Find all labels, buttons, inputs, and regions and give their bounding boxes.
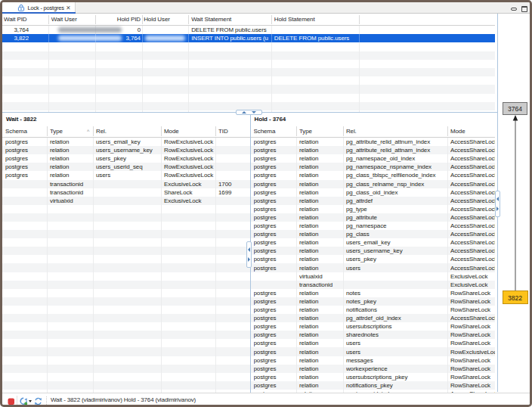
column-header[interactable]: TID [218, 126, 249, 136]
table-cell: AccessShareLock [450, 138, 495, 146]
column-header[interactable]: Schema [254, 126, 296, 136]
table-cell: postgres [254, 373, 298, 381]
auto-refresh-icon[interactable] [20, 397, 28, 405]
table-row[interactable]: postgresrelationusers_username_keyRowExc… [2, 146, 250, 154]
table-row[interactable]: postgresrelationpg_namespace_oid_indexAc… [251, 154, 496, 163]
table-cell: transactionid [299, 281, 344, 289]
table-row[interactable]: postgresrelationpg_attribute_relid_attnu… [251, 138, 496, 146]
table-cell: relation [299, 205, 344, 213]
refresh-settings-icon[interactable] [34, 397, 42, 405]
table-cell: postgres [254, 381, 298, 390]
splitter-collapse-control[interactable] [236, 110, 262, 115]
table-cell: virtualxid [299, 272, 344, 281]
table-cell: AccessShareLock [450, 390, 495, 393]
table-row[interactable]: postgresrelationpg_class_relname_nsp_ind… [251, 180, 496, 188]
dropdown-caret-icon[interactable] [29, 400, 32, 402]
column-header[interactable]: Hold Statement [274, 14, 357, 25]
column-header[interactable]: Wait PID [4, 14, 29, 25]
table-row[interactable]: postgresrelationusers_pkeyAccessShareLoc… [251, 255, 496, 263]
splitter-collapse-control-left[interactable] [246, 241, 252, 268]
table-cell: postgres [254, 154, 298, 163]
column-separator [296, 126, 297, 136]
table-row[interactable]: postgresrelationusers_userid_seqRowExclu… [2, 163, 250, 171]
collapse-right-icon[interactable] [248, 257, 250, 262]
stop-icon[interactable] [8, 398, 15, 405]
table-row[interactable]: transactionidExclusiveLock1700 [2, 180, 250, 188]
table-row[interactable]: postgresrelationworkexperienceRowShareLo… [251, 365, 496, 373]
table-row[interactable]: postgresrelationusersubscriptionsRowShar… [251, 322, 496, 331]
column-header[interactable]: Type [50, 126, 92, 136]
table-row[interactable]: postgresrelationusersRowExclusiveLock [251, 348, 496, 356]
column-header[interactable]: Wait Statement [191, 14, 270, 25]
table-row[interactable]: postgresrelationmessagesRowShareLock [251, 356, 496, 365]
collapse-left-icon[interactable] [248, 247, 250, 252]
table-row[interactable]: postgresrelationusersAccessShareLock [251, 264, 496, 272]
column-header[interactable]: Rel. [96, 126, 160, 136]
table-row[interactable]: postgresrelationnotificationsRowShareLoc… [251, 306, 496, 314]
collapse-left-icon[interactable] [496, 197, 499, 201]
lock-row[interactable]: 3,7640DELETE FROM public.users [2, 26, 495, 34]
table-row[interactable]: transactionidExclusiveLock [251, 281, 496, 289]
column-header[interactable]: Type [299, 126, 342, 136]
table-row[interactable]: postgresrelationpg_type_oid_indexAccessS… [251, 390, 496, 393]
table-row[interactable]: postgresrelationpg_attrdefAccessShareLoc… [251, 197, 496, 205]
table-row[interactable]: postgresrelationusers_pkeyRowExclusiveLo… [2, 154, 250, 163]
table-row[interactable]: postgresrelationpg_typeAccessShareLock [251, 205, 496, 213]
column-header[interactable]: Schema [5, 126, 46, 136]
table-cell: postgres [254, 213, 298, 222]
tab-close-icon[interactable]: ✕ [64, 4, 73, 12]
table-row[interactable]: postgresrelationusers_username_keyAccess… [251, 247, 496, 255]
table-cell: RowExclusiveLock [450, 348, 495, 356]
splitter-collapse-control-graph[interactable] [495, 191, 500, 217]
table-cell: notes [346, 289, 448, 297]
table-row[interactable]: postgresrelationusersRowExclusiveLock [2, 171, 250, 179]
lock-cell: 0 [97, 26, 141, 34]
table-row[interactable]: postgresrelationnotifications_pkeyRowSha… [251, 381, 496, 390]
table-cell: AccessShareLock [450, 255, 495, 263]
table-row[interactable]: postgresrelationnotesRowShareLock [251, 289, 496, 297]
table-row[interactable]: postgresrelationpg_namespaceAccessShareL… [251, 222, 496, 230]
table-row[interactable]: postgresrelationusersRowShareLock [251, 339, 496, 347]
table-row[interactable]: postgresrelationpg_class_oid_indexAccess… [251, 188, 496, 197]
column-header[interactable]: Mode [164, 126, 215, 136]
table-cell: postgres [254, 322, 298, 331]
column-header[interactable]: Wait User [51, 14, 94, 25]
table-row[interactable]: virtualxidExclusiveLock [2, 197, 250, 205]
table-row[interactable]: transactionidShareLock1699 [2, 188, 250, 197]
table-row[interactable]: postgresrelationnotes_pkeyRowShareLock [251, 297, 496, 306]
graph-node-holder[interactable]: 3764 [503, 102, 527, 115]
table-cell: postgres [254, 205, 298, 213]
table-cell: relation [50, 171, 94, 179]
column-header[interactable]: Hold PID [97, 14, 141, 25]
table-row[interactable]: postgresrelationpg_attrdef_oid_indexAcce… [251, 314, 496, 322]
table-row[interactable]: postgresrelationpg_class_tblspc_relfilen… [251, 171, 496, 179]
table-row[interactable]: postgresrelationpg_namespace_nspname_ind… [251, 163, 496, 171]
table-row[interactable]: postgresrelationusers_email_keyRowExclus… [2, 138, 250, 146]
column-header[interactable]: Hold User [144, 14, 187, 25]
view-minimize-icon[interactable] [511, 8, 517, 11]
table-row[interactable]: virtualxidExclusiveLock [251, 272, 496, 281]
lock-row[interactable]: 3,8223,764INSERT INTO public.users (uDEL… [2, 34, 495, 42]
graph-node-waiter[interactable]: 3822 [503, 290, 528, 304]
collapse-right-icon[interactable] [496, 207, 499, 211]
collapse-down-icon[interactable] [252, 111, 256, 113]
table-cell: users_userid_seq [96, 163, 162, 171]
table-row[interactable]: postgresrelationpg_attribute_relid_attna… [251, 146, 496, 154]
column-header[interactable]: Mode [450, 126, 495, 136]
table-cell: virtualxid [50, 197, 94, 205]
table-row[interactable]: postgresrelationusersubscriptions_pkeyRo… [251, 373, 496, 381]
table-row[interactable]: postgresrelationpg_classAccessShareLock [251, 230, 496, 238]
table-cell: RowShareLock [450, 356, 495, 365]
table-cell: pg_namespace [346, 222, 448, 230]
table-cell: RowExclusiveLock [164, 163, 216, 171]
table-row[interactable]: postgresrelationsharednotesRowShareLock [251, 331, 496, 339]
table-cell: AccessShareLock [450, 154, 495, 163]
view-maximize-icon[interactable] [521, 6, 527, 12]
table-cell: postgres [254, 197, 298, 205]
column-header[interactable]: Rel. [346, 126, 447, 136]
table-row[interactable]: postgresrelationpg_attributeAccessShareL… [251, 213, 496, 222]
table-cell: 1699 [218, 188, 250, 197]
collapse-up-icon[interactable] [242, 111, 246, 113]
table-cell: ExclusiveLock [450, 281, 495, 289]
table-row[interactable]: postgresrelationusers_email_keyAccessSha… [251, 238, 496, 247]
